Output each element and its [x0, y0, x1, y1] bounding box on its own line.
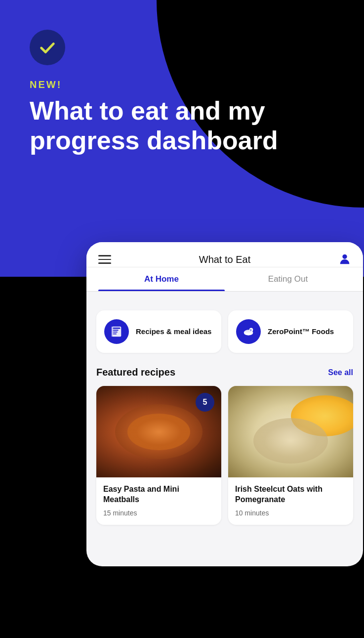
navbar-title: What to Eat — [199, 254, 251, 265]
svg-text:0: 0 — [250, 329, 251, 332]
points-badge-pasta: 5 — [196, 393, 214, 412]
oats-image-wrap — [228, 386, 353, 477]
recipe-row: 5 Easy Pasta and Mini Meatballs 15 minut… — [96, 386, 353, 525]
phone-mockup: What to Eat At Home Eating Out — [86, 242, 363, 566]
featured-section-header: Featured recipes See all — [96, 367, 353, 378]
category-row: Recipes & meal ideas 0 ZeroPoint™ Foods — [96, 310, 353, 353]
svg-rect-4 — [113, 332, 118, 333]
see-all-button[interactable]: See all — [328, 368, 353, 377]
new-label: NEW! — [30, 79, 334, 90]
tab-at-home-label: At Home — [144, 274, 179, 284]
oats-recipe-name: Irish Steelcut Oats with Pomegranate — [235, 484, 346, 505]
pasta-image-wrap: 5 — [96, 386, 221, 477]
hero-title: What to eat and my progress dashboard — [30, 96, 286, 156]
bottom-black-bar — [0, 579, 364, 638]
zeropoint-label: ZeroPoint™ Foods — [268, 327, 334, 337]
recipes-label: Recipes & meal ideas — [136, 327, 211, 337]
svg-rect-3 — [113, 330, 119, 331]
oats-image — [228, 386, 353, 477]
svg-point-0 — [342, 255, 347, 259]
pasta-recipe-info: Easy Pasta and Mini Meatballs 15 minutes — [96, 477, 221, 525]
hamburger-line-2 — [98, 259, 111, 260]
oats-recipe-info: Irish Steelcut Oats with Pomegranate 10 … — [228, 477, 353, 525]
hamburger-menu-button[interactable] — [98, 255, 111, 264]
phone-content: Recipes & meal ideas 0 ZeroPoint™ Foods … — [86, 292, 363, 554]
recipe-card-pasta[interactable]: 5 Easy Pasta and Mini Meatballs 15 minut… — [96, 386, 221, 525]
tab-eating-out-label: Eating Out — [268, 274, 308, 284]
tab-at-home[interactable]: At Home — [98, 267, 225, 291]
svg-rect-6 — [112, 327, 113, 337]
featured-title: Featured recipes — [96, 367, 175, 378]
bottom-spacer — [96, 525, 353, 554]
user-profile-button[interactable] — [338, 252, 351, 267]
hero-section: NEW! What to eat and my progress dashboa… — [0, 0, 364, 175]
user-icon — [338, 252, 351, 265]
category-card-recipes[interactable]: Recipes & meal ideas — [96, 310, 221, 353]
checkmark-icon — [38, 38, 57, 57]
pasta-recipe-time: 15 minutes — [103, 509, 214, 517]
oats-recipe-time: 10 minutes — [235, 509, 346, 517]
phone-navbar: What to Eat — [86, 242, 363, 267]
cookbook-icon — [110, 325, 123, 338]
svg-rect-5 — [113, 334, 117, 335]
hamburger-line-1 — [98, 255, 111, 256]
recipe-card-oats[interactable]: Irish Steelcut Oats with Pomegranate 10 … — [228, 386, 353, 525]
pasta-recipe-name: Easy Pasta and Mini Meatballs — [103, 484, 214, 505]
zeropoint-icon-wrap: 0 — [236, 319, 261, 344]
check-icon-circle — [30, 30, 65, 65]
tab-bar: At Home Eating Out — [86, 267, 363, 292]
svg-rect-2 — [113, 328, 121, 329]
hamburger-line-3 — [98, 262, 111, 264]
tab-eating-out[interactable]: Eating Out — [225, 267, 351, 291]
bowl-icon: 0 — [242, 325, 255, 338]
category-card-zeropoint[interactable]: 0 ZeroPoint™ Foods — [228, 310, 353, 353]
recipes-icon-wrap — [104, 319, 129, 344]
